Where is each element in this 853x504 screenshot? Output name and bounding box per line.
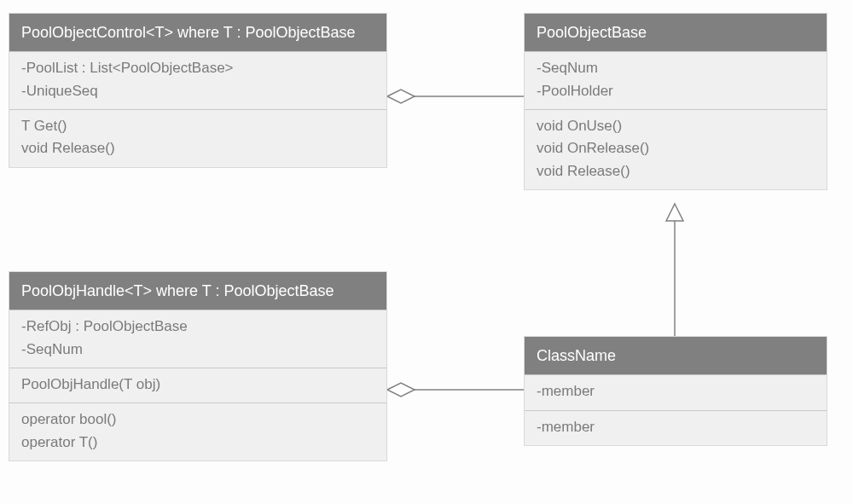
aggregation-handle-classname	[387, 383, 524, 397]
class-title: PoolObjectControl<T> where T : PoolObjec…	[9, 14, 386, 51]
attributes-section: -member	[525, 374, 827, 409]
attribute: -SeqNum	[537, 57, 815, 79]
attribute: -RefObj : PoolObjectBase	[21, 316, 374, 338]
operations-section: operator bool() operator T()	[9, 403, 386, 461]
class-pool-obj-handle: PoolObjHandle<T> where T : PoolObjectBas…	[9, 271, 387, 461]
operation: -member	[537, 416, 815, 438]
attribute: -PoolHolder	[537, 80, 815, 102]
generalization-classname-base	[666, 204, 683, 336]
class-title: ClassName	[525, 337, 827, 374]
operation: T Get()	[21, 115, 374, 137]
operation: void OnRelease()	[537, 137, 815, 159]
attribute: -member	[537, 380, 815, 403]
class-pool-object-control: PoolObjectControl<T> where T : PoolObjec…	[9, 13, 387, 168]
operation: operator T()	[21, 432, 374, 454]
class-classname: ClassName -member -member	[524, 336, 827, 446]
operations-section: -member	[525, 410, 827, 445]
attribute: -PoolList : List<PoolObjectBase>	[21, 57, 374, 79]
operation: void OnUse()	[537, 115, 815, 137]
aggregation-control-base	[387, 90, 524, 103]
attribute: -SeqNum	[21, 339, 374, 361]
operation: PoolObjHandle(T obj)	[21, 374, 374, 396]
svg-marker-3	[387, 383, 415, 397]
operations-section: PoolObjHandle(T obj)	[9, 368, 386, 403]
svg-marker-5	[666, 204, 683, 221]
operation: void Release()	[537, 160, 815, 182]
operations-section: void OnUse() void OnRelease() void Relea…	[525, 109, 827, 189]
operation: void Release()	[21, 137, 374, 159]
svg-marker-1	[387, 90, 415, 103]
class-title: PoolObjHandle<T> where T : PoolObjectBas…	[9, 272, 386, 310]
attributes-section: -PoolList : List<PoolObjectBase> -Unique…	[9, 51, 386, 109]
operation: operator bool()	[21, 408, 374, 431]
attributes-section: -SeqNum -PoolHolder	[525, 51, 827, 109]
attribute: -UniqueSeq	[21, 80, 374, 102]
attributes-section: -RefObj : PoolObjectBase -SeqNum	[9, 310, 386, 368]
class-pool-object-base: PoolObjectBase -SeqNum -PoolHolder void …	[524, 13, 827, 190]
operations-section: T Get() void Release()	[9, 109, 386, 167]
class-title: PoolObjectBase	[525, 14, 827, 51]
